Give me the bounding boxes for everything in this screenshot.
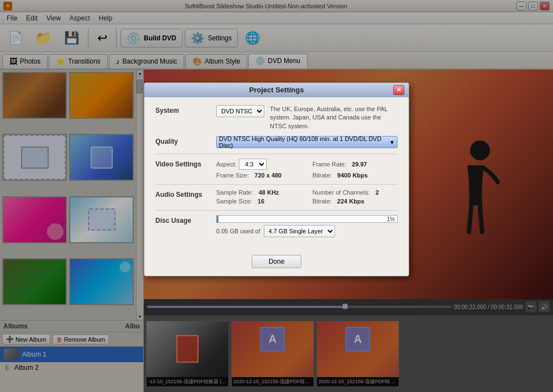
system-control: DVD NTSC DVD PAL The UK, Europe, Austral… <box>216 105 398 130</box>
disc-used-text: 0.05 GB used of <box>216 228 260 234</box>
audio-bitrate-value: 224 Kbps <box>337 198 364 205</box>
disc-usage-label: Disc Usage <box>155 215 216 224</box>
dialog-close-button[interactable]: ✕ <box>393 85 404 95</box>
sample-size-value: 16 <box>258 198 264 205</box>
divider-2 <box>155 184 398 185</box>
project-settings-dialog: Project Settings ✕ System DVD NTSC DVD P… <box>144 82 409 276</box>
disc-size-select[interactable]: 4.7 GB Single Layer 8.5 GB Dual Layer <box>264 225 335 237</box>
quality-combo-arrow: ▼ <box>389 139 395 145</box>
video-bitrate-value: 9400 Kbps <box>337 172 368 179</box>
frame-size-row: Frame Size: 720 x 480 <box>216 172 301 179</box>
quality-combo-text: DVD NTSC High Quality (HQ 60/108 min. at… <box>219 135 389 149</box>
disc-usage-fill <box>217 216 218 222</box>
audio-settings-row: Audio Settings Sample Rate: 48 KHz Numbe… <box>155 189 398 205</box>
disc-usage-row: Disc Usage 1% 0.05 GB used of 4.7 GB Sin… <box>155 215 398 237</box>
divider-3 <box>155 210 398 211</box>
done-button[interactable]: Done <box>252 255 302 268</box>
system-row: System DVD NTSC DVD PAL The UK, Europe, … <box>155 105 398 130</box>
quality-label: Quality <box>155 136 216 145</box>
dialog-overlay: Project Settings ✕ System DVD NTSC DVD P… <box>0 0 553 392</box>
disc-usage-pct: 1% <box>387 216 395 223</box>
aspect-key: Aspect: <box>216 161 237 168</box>
dialog-titlebar: Project Settings ✕ <box>144 83 409 97</box>
video-settings-control: Aspect: 4:3 16:9 Frame Rate: 29.97 Frame… <box>216 159 398 179</box>
system-select[interactable]: DVD NTSC DVD PAL <box>216 105 264 117</box>
video-bitrate-row: Bitrate: 9400 Kbps <box>312 172 398 179</box>
quality-combo[interactable]: DVD NTSC High Quality (HQ 60/108 min. at… <box>216 136 398 148</box>
aspect-select[interactable]: 4:3 16:9 <box>239 159 267 170</box>
system-label: System <box>155 105 216 114</box>
frame-rate-value: 29.97 <box>352 161 367 168</box>
sample-size-row: Sample Size: 16 <box>216 198 301 205</box>
system-description: The UK, Europe, Australia, etc. use the … <box>270 105 398 130</box>
quality-control: DVD NTSC High Quality (HQ 60/108 min. at… <box>216 136 398 148</box>
video-settings-label: Video Settings <box>155 159 216 168</box>
sample-rate-key: Sample Rate: <box>216 189 253 196</box>
channels-row: Number of Channels: 2 <box>312 189 398 196</box>
video-bitrate-key: Bitrate: <box>312 172 332 179</box>
audio-bitrate-key: Bitrate: <box>312 198 332 205</box>
disc-usage-bar-container: 1% 0.05 GB used of 4.7 GB Single Layer 8… <box>216 215 398 237</box>
disc-usage-info: 0.05 GB used of 4.7 GB Single Layer 8.5 … <box>216 225 398 237</box>
quality-row: Quality DVD NTSC High Quality (HQ 60/108… <box>155 136 398 148</box>
channels-value: 2 <box>375 189 379 196</box>
channels-key: Number of Channels: <box>312 189 370 196</box>
sample-rate-row: Sample Rate: 48 KHz <box>216 189 301 196</box>
dialog-title: Project Settings <box>160 86 393 94</box>
dialog-footer: Done <box>144 250 409 276</box>
frame-rate-key: Frame Rate: <box>312 161 346 168</box>
sample-size-key: Sample Size: <box>216 198 252 205</box>
divider-1 <box>155 154 398 154</box>
disc-usage-bar: 1% <box>216 215 398 223</box>
video-settings-row: Video Settings Aspect: 4:3 16:9 Frame Ra… <box>155 159 398 179</box>
sample-rate-value: 48 KHz <box>259 189 279 196</box>
audio-settings-control: Sample Rate: 48 KHz Number of Channels: … <box>216 189 398 205</box>
frame-size-value: 720 x 480 <box>254 172 281 179</box>
frame-rate-row: Frame Rate: 29.97 <box>312 159 398 170</box>
audio-bitrate-row: Bitrate: 224 Kbps <box>312 198 398 205</box>
frame-size-key: Frame Size: <box>216 172 249 179</box>
audio-settings-label: Audio Settings <box>155 189 216 198</box>
dialog-body: System DVD NTSC DVD PAL The UK, Europe, … <box>144 97 409 250</box>
aspect-row: Aspect: 4:3 16:9 <box>216 159 301 170</box>
